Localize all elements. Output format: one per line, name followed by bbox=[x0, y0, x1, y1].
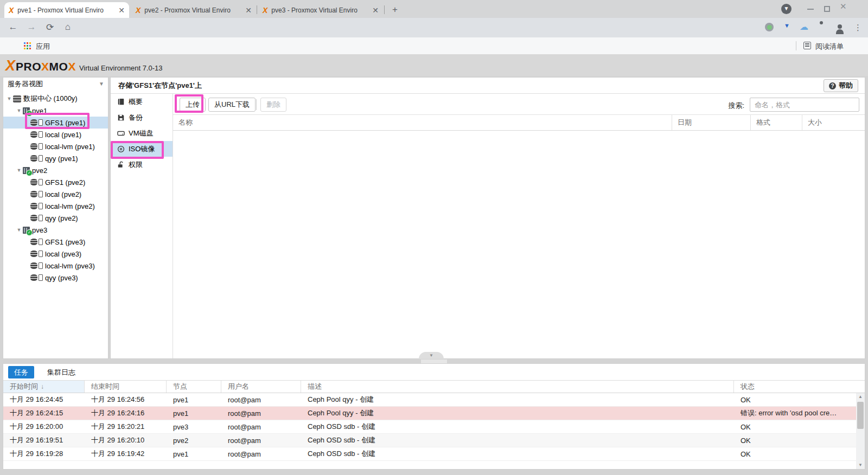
media-control-button[interactable]: ▼ bbox=[781, 4, 792, 14]
tree-item-storage-qyy-pve2[interactable]: qyy (pve2) bbox=[3, 212, 108, 224]
storage-icon bbox=[30, 155, 37, 162]
window-close-button[interactable]: ✕ bbox=[840, 2, 847, 11]
chevron-down-icon[interactable]: ▼ bbox=[15, 168, 23, 173]
floppy-icon bbox=[117, 114, 125, 121]
column-header-end-time[interactable]: 结束时间 bbox=[85, 381, 167, 393]
tree-item-node-pve2[interactable]: ▼pve2 bbox=[3, 164, 108, 176]
column-header-user[interactable]: 用户名 bbox=[221, 381, 301, 393]
extension-cloud-icon[interactable]: ☁ bbox=[800, 23, 808, 31]
view-selector[interactable]: 服务器视图 ▼ bbox=[3, 78, 108, 90]
tree-item-storage-local-pve3[interactable]: local (pve3) bbox=[3, 248, 108, 260]
menu-item-iso-images[interactable]: ISO镜像 bbox=[111, 141, 173, 157]
reload-icon[interactable]: ⟳ bbox=[43, 22, 56, 33]
column-header-node[interactable]: 节点 bbox=[167, 381, 221, 393]
tab-close-icon[interactable]: ✕ bbox=[118, 6, 125, 15]
tree-item-storage-qyy-pve3[interactable]: qyy (pve3) bbox=[3, 272, 108, 284]
tree-item-node-pve1[interactable]: ▼pve1 bbox=[3, 105, 108, 117]
tree-item-storage-local-pve1[interactable]: local (pve1) bbox=[3, 129, 108, 140]
task-row[interactable]: 十月 29 16:19:28十月 29 16:19:42pve1root@pam… bbox=[3, 447, 856, 461]
scroll-down-icon[interactable]: ▼ bbox=[856, 461, 865, 469]
new-tab-button[interactable]: + bbox=[388, 4, 401, 17]
node-icon bbox=[23, 227, 30, 234]
help-button[interactable]: ? 帮助 bbox=[824, 79, 858, 92]
splitter-drag-handle[interactable] bbox=[421, 360, 447, 363]
menu-item-permissions[interactable]: 权限 bbox=[111, 157, 173, 172]
content-type-icon bbox=[39, 179, 43, 185]
task-row-error[interactable]: 十月 29 16:24:15十月 29 16:24:16pve1root@pam… bbox=[3, 407, 856, 420]
tree-item-storage-gfs1-pve2[interactable]: GFS1 (pve2) bbox=[3, 176, 108, 188]
tree-item-storage-local-lvm-pve2[interactable]: local-lvm (pve2) bbox=[3, 200, 108, 212]
tree-item-storage-local-lvm-pve1[interactable]: local-lvm (pve1) bbox=[3, 140, 108, 152]
node-icon bbox=[23, 107, 30, 114]
storage-icon bbox=[30, 203, 37, 209]
task-row[interactable]: 十月 29 16:24:45十月 29 16:24:56pve1root@pam… bbox=[3, 393, 856, 407]
delete-button[interactable]: 删除 bbox=[260, 98, 286, 112]
proxmox-favicon-icon: X bbox=[136, 6, 141, 15]
tab-title: pve1 - Proxmox Virtual Enviro bbox=[17, 7, 115, 14]
reading-list-icon[interactable] bbox=[803, 42, 811, 49]
column-header-date[interactable]: 日期 bbox=[672, 115, 751, 130]
task-row[interactable]: 十月 29 16:20:00十月 29 16:20:21pve3root@pam… bbox=[3, 420, 856, 434]
splitter-collapse-handle[interactable]: ▼ bbox=[419, 352, 444, 359]
content-toolbar: 上传 从URL下载 删除 搜索: bbox=[173, 94, 865, 114]
panel-title-bar: 存储'GFS1'在节点'pve1'上 ? 帮助 bbox=[111, 78, 865, 94]
tab-cluster-log[interactable]: 集群日志 bbox=[41, 366, 81, 378]
chevron-down-icon[interactable]: ▼ bbox=[5, 96, 13, 101]
tree-item-storage-gfs1-pve1[interactable]: GFS1 (pve1) bbox=[3, 117, 108, 129]
download-from-url-button[interactable]: 从URL下载 bbox=[208, 98, 256, 112]
tab-close-icon[interactable]: ✕ bbox=[372, 6, 379, 15]
window-restore-button[interactable] bbox=[824, 6, 830, 12]
column-header-format[interactable]: 格式 bbox=[751, 115, 802, 130]
column-header-description[interactable]: 描述 bbox=[301, 381, 734, 393]
book-icon bbox=[117, 98, 125, 106]
browser-tab-pve2[interactable]: X pve2 - Proxmox Virtual Enviro ✕ bbox=[131, 2, 256, 18]
storage-icon bbox=[30, 179, 37, 185]
browser-menu-icon[interactable]: ⋮ bbox=[854, 23, 862, 33]
chevron-down-icon[interactable]: ▼ bbox=[15, 108, 23, 113]
tree-item-node-pve3[interactable]: ▼pve3 bbox=[3, 224, 108, 236]
tree-item-storage-gfs1-pve3[interactable]: GFS1 (pve3) bbox=[3, 236, 108, 248]
apps-grid-icon[interactable] bbox=[24, 42, 31, 49]
status-badge: 错误: error with 'osd pool cre… bbox=[734, 407, 856, 420]
tree-item-storage-local-pve2[interactable]: local (pve2) bbox=[3, 188, 108, 200]
proxmox-header: X PROXMOX Virtual Environment 7.0-13 文档 … bbox=[0, 54, 868, 76]
content-type-icon bbox=[39, 215, 43, 221]
tab-tasks[interactable]: 任务 bbox=[8, 366, 34, 378]
chevron-down-icon[interactable]: ▼ bbox=[15, 227, 23, 233]
home-icon[interactable]: ⌂ bbox=[61, 22, 74, 33]
scrollbar-thumb[interactable] bbox=[857, 402, 864, 429]
column-header-size[interactable]: 大小 bbox=[802, 115, 865, 130]
proxmox-favicon-icon: X bbox=[263, 6, 267, 15]
column-header-name[interactable]: 名称 bbox=[173, 115, 672, 130]
filter-search-input[interactable] bbox=[750, 98, 859, 112]
window-minimize-button[interactable] bbox=[807, 9, 814, 10]
tree-item-storage-qyy-pve1[interactable]: qyy (pve1) bbox=[3, 152, 108, 164]
tree-item-storage-local-lvm-pve3[interactable]: local-lvm (pve3) bbox=[3, 260, 108, 272]
menu-item-vm-disks[interactable]: VM磁盘 bbox=[111, 125, 173, 141]
proxmox-logo: X PROXMOX Virtual Environment 7.0-13 bbox=[5, 57, 163, 74]
status-badge: OK bbox=[734, 447, 856, 460]
upload-button[interactable]: 上传 bbox=[180, 98, 206, 112]
browser-tab-pve3[interactable]: X pve3 - Proxmox Virtual Enviro ✕ bbox=[258, 2, 383, 18]
back-icon[interactable]: ← bbox=[7, 22, 20, 33]
proxmox-x-icon: X bbox=[5, 57, 15, 74]
tab-close-icon[interactable]: ✕ bbox=[245, 6, 252, 15]
menu-item-summary[interactable]: 概要 bbox=[111, 94, 173, 110]
task-row[interactable]: 十月 29 16:19:51十月 29 16:20:10pve2root@pam… bbox=[3, 434, 856, 447]
apps-label[interactable]: 应用 bbox=[36, 42, 50, 52]
content-type-icon bbox=[39, 274, 43, 281]
column-header-status[interactable]: 状态 bbox=[734, 381, 865, 393]
content-type-icon bbox=[39, 203, 43, 209]
scroll-up-icon[interactable]: ▲ bbox=[856, 393, 865, 401]
vertical-scrollbar[interactable]: ▲ ▼ bbox=[856, 393, 865, 469]
browser-tab-pve1[interactable]: X pve1 - Proxmox Virtual Enviro ✕ bbox=[4, 2, 129, 18]
task-table-header: 开始时间↓ 结束时间 节点 用户名 描述 状态 bbox=[3, 380, 865, 393]
extension-icon[interactable] bbox=[765, 23, 774, 31]
browser-titlebar: X pve1 - Proxmox Virtual Enviro ✕ X pve2… bbox=[0, 0, 868, 18]
forward-icon[interactable]: → bbox=[25, 22, 38, 33]
menu-item-backup[interactable]: 备份 bbox=[111, 110, 173, 125]
status-badge: OK bbox=[734, 420, 856, 433]
reading-list-label[interactable]: 阅读清单 bbox=[815, 42, 844, 52]
column-header-start-time[interactable]: 开始时间↓ bbox=[3, 381, 85, 393]
tree-item-datacenter[interactable]: ▼数据中心 (1000y) bbox=[3, 93, 108, 105]
